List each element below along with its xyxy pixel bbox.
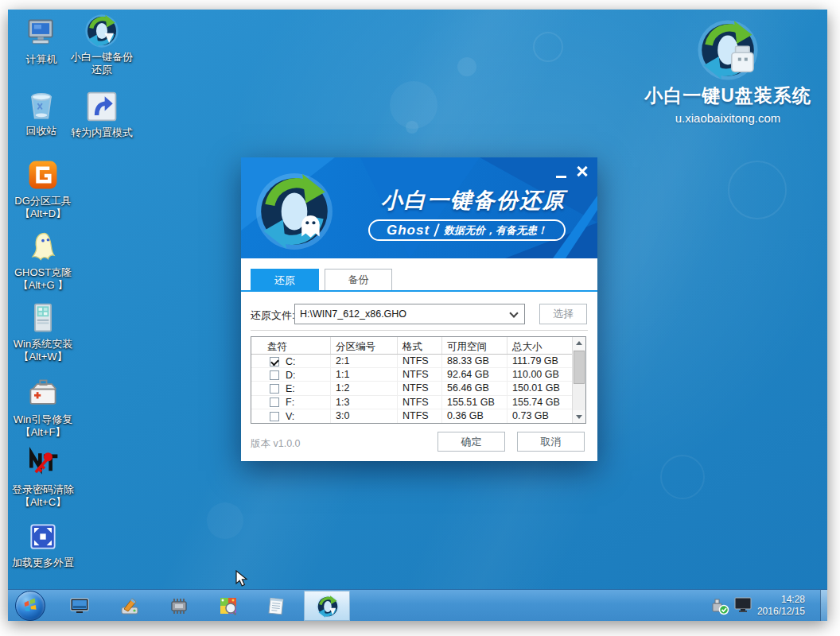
row-checkbox[interactable] — [270, 370, 279, 380]
cell-total: 155.74 GB — [508, 396, 572, 409]
mouse-cursor — [235, 570, 253, 588]
taskbar-item-xiaobai-active[interactable] — [304, 591, 350, 621]
row-checkbox[interactable] — [270, 384, 279, 394]
header-total: 总大小 — [508, 337, 572, 354]
wallpaper-bubble — [390, 81, 438, 129]
windows-flag-icon — [24, 599, 37, 612]
close-button[interactable] — [575, 164, 589, 178]
desktop-icon-label: 加载更多外置 — [10, 556, 76, 569]
desktop-icon-label: 小白一键备份 — [68, 51, 135, 64]
ghost-slogan: 数据无价，有备无患！ — [444, 223, 547, 238]
desktop-icon-boot-repair[interactable]: Win引导修复【Alt+F】 — [10, 376, 76, 439]
table-scrollbar[interactable] — [572, 337, 585, 423]
desktop-icon-xiaobai-backup[interactable]: 小白一键备份还原 — [68, 14, 135, 76]
taskbar-item-disk-cleanup[interactable] — [119, 595, 140, 616]
scrollbar-thumb[interactable] — [574, 351, 585, 384]
table-header-row: 盘符 分区编号 格式 可用空间 总大小 — [251, 337, 585, 355]
scroll-down-button[interactable] — [573, 410, 585, 423]
taskbar-item-notepad[interactable] — [266, 595, 286, 616]
row-checkbox[interactable] — [270, 412, 279, 421]
cell-total: 111.79 GB — [508, 355, 572, 367]
restore-file-combobox[interactable]: H:\WIN7_612_x86.GHO — [294, 304, 525, 324]
row-checkbox[interactable] — [270, 398, 279, 407]
page: 计算机 小白一键备份还原 回收站 转为内置模式 — [0, 0, 840, 636]
desktop-icon-label: 登录密码清除 — [10, 483, 76, 496]
cell-format: NTFS — [398, 382, 442, 394]
cell-drive: D: — [286, 370, 296, 381]
tab-backup[interactable]: 备份 — [325, 269, 392, 291]
cell-total: 150.01 GB — [508, 382, 572, 394]
desktop-icon-password-clear[interactable]: 登录密码清除【Alt+C】 — [10, 446, 76, 509]
diskgenius-icon — [25, 157, 60, 192]
dialog-titlebar[interactable]: 小白一键备份还原 Ghost 数据无价，有备无患！ — [241, 157, 597, 258]
cell-total: 110.00 GB — [508, 368, 572, 381]
cell-free: 56.46 GB — [442, 382, 508, 394]
taskbar-item-screen-capture[interactable] — [218, 595, 239, 616]
app-logo-icon — [254, 171, 335, 252]
cell-free: 0.36 GB — [442, 409, 508, 423]
backup-restore-icon — [316, 595, 340, 619]
restore-file-value: H:\WIN7_612_x86.GHO — [300, 308, 406, 320]
taskbar-item-desktop-viewer[interactable] — [69, 595, 90, 616]
backup-restore-icon — [84, 14, 119, 48]
show-desktop-button[interactable] — [820, 590, 827, 621]
cell-drive: E: — [286, 383, 295, 394]
table-row[interactable]: E: 1:2 NTFS 56.46 GB 150.01 GB — [251, 382, 585, 395]
usb-system-logo-icon — [696, 18, 760, 82]
desktop-icon-win-install[interactable]: Win系统安装【Alt+W】 — [10, 301, 76, 363]
cell-format: NTFS — [398, 396, 442, 409]
tray-display-color-icon[interactable] — [733, 595, 752, 615]
wallpaper-bubble — [533, 32, 563, 62]
scroll-up-button[interactable] — [573, 337, 585, 350]
desktop-icon-label: DG分区工具 — [10, 195, 76, 207]
row-checkbox-checked[interactable] — [270, 357, 279, 366]
cell-partition: 2:1 — [331, 355, 398, 367]
taskbar-clock[interactable]: 14:28 2016/12/15 — [757, 594, 805, 618]
header-format: 格式 — [398, 337, 442, 354]
choose-file-button[interactable]: 选择 — [539, 304, 587, 324]
desktop-background[interactable]: 计算机 小白一键备份还原 回收站 转为内置模式 — [8, 10, 827, 621]
desktop-icon-dg-partition[interactable]: DG分区工具【Alt+D】 — [10, 157, 76, 220]
desktop-icon-label: GHOST克隆 — [10, 266, 76, 279]
recycle-bin-icon — [24, 87, 59, 122]
cell-drive: V: — [286, 411, 294, 422]
ghost-badge: Ghost — [387, 223, 430, 238]
table-row[interactable]: V: 3:0 NTFS 0.36 GB 0.73 GB — [251, 409, 585, 423]
tab-restore[interactable]: 还原 — [251, 269, 319, 292]
ok-button[interactable]: 确定 — [438, 432, 505, 452]
computer-icon — [24, 16, 59, 51]
desktop-icon-computer[interactable]: 计算机 — [8, 16, 75, 66]
cancel-button[interactable]: 取消 — [517, 432, 585, 452]
table-row[interactable]: F: 1:3 NTFS 155.51 GB 155.74 GB — [251, 396, 585, 409]
header-free: 可用空间 — [442, 337, 508, 354]
desktop-icon-label: Win引导修复 — [10, 413, 76, 426]
cell-format: NTFS — [398, 409, 442, 423]
desktop-icon-load-more[interactable]: 加载更多外置 — [10, 519, 76, 569]
table-row[interactable]: D: 1:1 NTFS 92.64 GB 110.00 GB — [251, 368, 585, 382]
wallpaper-bubble — [660, 455, 705, 499]
desktop-icon-internal-mode[interactable]: 转为内置模式 — [68, 89, 135, 139]
cell-partition: 3:0 — [331, 409, 398, 423]
ghost-slogan-pill: Ghost 数据无价，有备无患！ — [368, 219, 566, 241]
usb-drive-glyph — [732, 46, 753, 72]
header-partition: 分区编号 — [331, 337, 398, 354]
wallpaper-bubble — [207, 502, 243, 539]
header-drive: 盘符 — [251, 337, 331, 354]
shortcut-arrow-icon — [84, 89, 119, 124]
cell-free: 92.64 GB — [442, 368, 508, 381]
toolbox-icon — [25, 376, 60, 411]
desktop-icon-recycle-bin[interactable]: 回收站 — [8, 87, 75, 138]
tray-usb-eject-icon[interactable] — [710, 596, 729, 615]
taskbar-item-memory-tool[interactable] — [169, 595, 189, 616]
cell-free: 155.51 GB — [442, 396, 508, 409]
desktop-icon-ghost-clone[interactable]: GHOST克隆【Alt+G 】 — [10, 229, 76, 292]
start-button[interactable] — [15, 591, 45, 621]
wallpaper-bubble — [728, 161, 787, 219]
desktop-icon-label: 计算机 — [8, 53, 75, 66]
minimize-button[interactable] — [554, 167, 569, 181]
cell-drive: C: — [286, 356, 296, 367]
clock-time: 14:28 — [757, 594, 805, 606]
desktop-icon-label: Win系统安装 — [10, 338, 76, 351]
cell-partition: 1:2 — [331, 382, 398, 394]
table-row[interactable]: C: 2:1 NTFS 88.33 GB 111.79 GB — [251, 355, 585, 368]
